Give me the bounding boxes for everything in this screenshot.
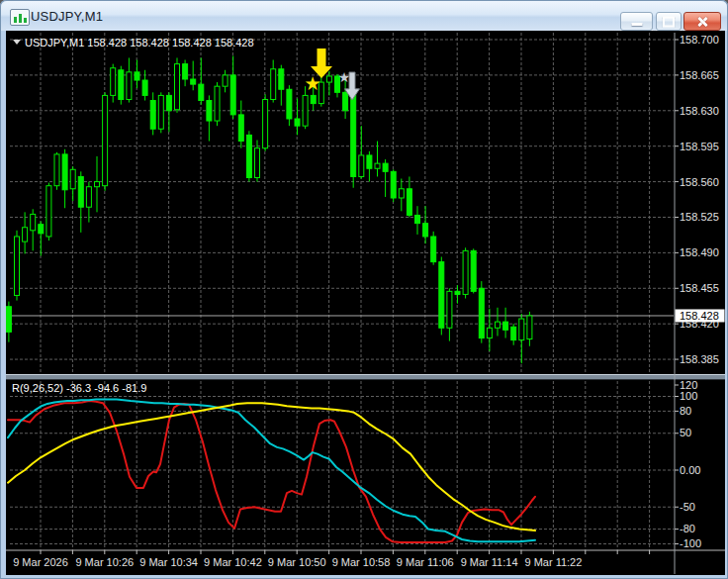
main-plot-area[interactable]: [10, 33, 674, 374]
indicator-axis-label: -80: [680, 523, 695, 534]
indicator-axis-label: 100: [680, 390, 697, 402]
indicator-axis-label: 120: [680, 379, 697, 391]
minimize-icon: [631, 23, 642, 26]
chart-area[interactable]: ★★158.700158.665158.630158.595158.560158…: [6, 31, 725, 575]
indicator-axis-label: 50: [680, 427, 691, 438]
time-axis-label: 9 Mar 2026: [13, 556, 68, 568]
price-axis-label: 158.630: [680, 105, 719, 117]
price-axis-label: 158.700: [680, 34, 719, 46]
time-axis-label: 9 Mar 10:58: [332, 556, 391, 568]
current-price-value: 158.428: [680, 310, 719, 322]
price-axis-label: 158.560: [680, 176, 719, 188]
chart-icon: [10, 9, 30, 26]
time-axis-label: 9 Mar 11:22: [524, 556, 582, 568]
indicator-axis-label: -50: [680, 501, 695, 513]
time-axis-label: 9 Mar 10:42: [204, 556, 262, 568]
price-axis-label: 158.595: [680, 141, 719, 152]
chart-window: USDJPY,M1 ★★158.700158.665158.630158.595…: [0, 0, 728, 579]
time-axis-label: 9 Mar 10:34: [139, 556, 198, 568]
time-axis-label: 9 Mar 10:50: [268, 556, 326, 568]
price-axis-label: 158.455: [680, 282, 719, 294]
pane-separator-shadow: [6, 379, 725, 380]
candlestick-chart-svg[interactable]: ★★158.700158.665158.630158.595158.560158…: [6, 31, 725, 575]
price-axis-label: 158.665: [680, 69, 719, 81]
indicator-axis-label: 80: [680, 405, 691, 417]
close-icon: [696, 16, 708, 28]
restore-button[interactable]: [656, 12, 682, 31]
window-title: USDJPY,M1: [31, 9, 103, 24]
indicator-axis-label: -100: [680, 537, 701, 549]
time-axis-label: 9 Mar 10:26: [75, 556, 134, 568]
time-axis-label: 9 Mar 11:06: [397, 556, 454, 568]
price-axis-label: 158.490: [680, 246, 719, 258]
pane-separator-highlight: [6, 374, 725, 375]
price-axis-label: 158.525: [680, 211, 719, 223]
pane-separator[interactable]: [6, 375, 725, 379]
minimize-button[interactable]: [620, 12, 653, 31]
time-axis-label: 9 Mar 11:14: [461, 556, 518, 568]
title-bar[interactable]: USDJPY,M1: [1, 1, 727, 31]
price-axis-label: 158.385: [680, 353, 719, 365]
close-button[interactable]: [683, 12, 721, 31]
indicator-plot-area[interactable]: [10, 380, 674, 550]
restore-icon: [663, 16, 675, 27]
indicator-axis-label: 0.00: [680, 464, 700, 476]
